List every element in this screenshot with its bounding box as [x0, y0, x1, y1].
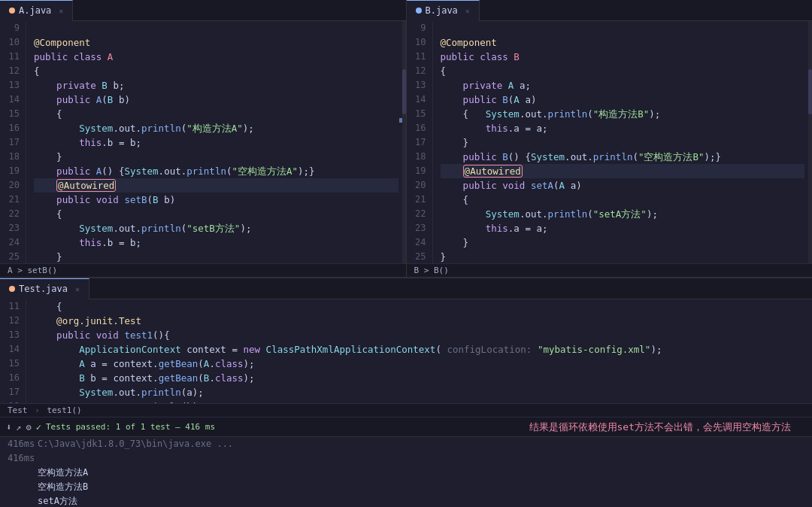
- editor-area: A.java ✕ 9 10 11 12 13 14 15 16 17 18 19: [0, 0, 812, 507]
- bottom-breadcrumb-right: test1(): [47, 405, 81, 415]
- code-line: {: [441, 193, 805, 207]
- code-line: public class B: [441, 50, 805, 64]
- code-line: public B(A a): [441, 93, 805, 107]
- code-line: ApplicationContext context = new ClassPa…: [34, 342, 804, 357]
- tab-close-icon[interactable]: ✕: [59, 7, 63, 15]
- output-line-blank: 416ms: [0, 451, 812, 466]
- bottom-editor-container: Test.java ✕ 11 12 13 14 15 16 17 18 19 ⬖: [0, 278, 812, 417]
- code-line: @Component: [441, 35, 805, 50]
- b-java-file-icon: [416, 8, 422, 14]
- tab-b-close-icon[interactable]: ✕: [465, 7, 470, 15]
- run-panel: ⬇ ↗ ⚙ ✓ Tests passed: 1 of 1 test – 416 …: [0, 417, 812, 507]
- bottom-breadcrumb: Test › test1(): [0, 403, 812, 417]
- left-editor-pane: A.java ✕ 9 10 11 12 13 14 15 16 17 18 19: [0, 0, 407, 278]
- left-code-content: 9 10 11 12 13 14 15 16 17 18 19 20 21 22…: [0, 21, 406, 263]
- bottom-tab-bar: Test.java ✕: [0, 278, 812, 299]
- right-code-lines: ⬖ ▶ ▶ @Component public class B { privat…: [433, 21, 813, 263]
- code-line: this.a = a;: [441, 221, 805, 235]
- run-toolbar-settings-icon[interactable]: ⚙: [26, 422, 31, 433]
- run-toolbar-collapse-icon[interactable]: ⬇: [6, 422, 11, 433]
- scroll-indicator-left: [399, 118, 402, 123]
- run-status-text: Tests passed: 1 of 1 test – 416 ms: [46, 422, 215, 432]
- left-breadcrumb-text: A > setB(): [8, 266, 57, 275]
- code-line: {: [34, 207, 398, 221]
- right-breadcrumb-text: B > B(): [414, 266, 449, 275]
- right-scrollbar-thumb: [808, 69, 812, 114]
- output-line-1: 416ms C:\Java\jdk1.8.0_73\bin\java.exe .…: [0, 437, 812, 451]
- code-line: { System.out.println("构造方法B");: [441, 107, 805, 121]
- bottom-panel: Test.java ✕ 11 12 13 14 15 16 17 18 19 ⬖: [0, 278, 812, 507]
- timestamp-label-2: 416ms: [8, 451, 38, 466]
- code-line-autowired: @Autowired: [34, 178, 398, 193]
- output-konstr-b: 空构造方法B: [38, 480, 88, 494]
- code-line: {: [34, 107, 398, 121]
- output-line-2: 空构造方法A: [0, 466, 812, 480]
- code-line: }: [34, 150, 398, 164]
- run-note-text: 结果是循环依赖使用set方法不会出错，会先调用空构造方法: [529, 420, 791, 434]
- output-konstr-a: 空构造方法A: [38, 466, 88, 480]
- code-line: A a = context.getBean(A.class);: [34, 357, 804, 371]
- code-line: public void setB(B b): [34, 193, 398, 207]
- code-line: {: [34, 64, 398, 78]
- left-scrollbar-thumb: [402, 69, 406, 114]
- code-line: private B b;: [34, 78, 398, 93]
- code-line: public A() {System.out.println("空构造方法A")…: [34, 164, 398, 178]
- left-tab-bar: A.java ✕: [0, 0, 406, 21]
- run-toolbar-open-icon[interactable]: ↗: [16, 422, 21, 433]
- output-line-4: setA方法: [0, 494, 812, 507]
- tab-test-close-icon[interactable]: ✕: [75, 285, 80, 293]
- top-editors: A.java ✕ 9 10 11 12 13 14 15 16 17 18 19: [0, 0, 812, 278]
- code-line: {: [441, 64, 805, 78]
- run-output: 416ms C:\Java\jdk1.8.0_73\bin\java.exe .…: [0, 437, 812, 507]
- tab-a-java-label: A.java: [19, 5, 51, 16]
- code-line: private A a;: [441, 78, 805, 93]
- tab-a-java[interactable]: A.java ✕: [0, 0, 73, 21]
- tab-b-java-label: B.java: [426, 5, 458, 16]
- tab-test-java-label: Test.java: [19, 284, 68, 294]
- right-scrollbar[interactable]: [808, 21, 812, 263]
- code-line: [34, 21, 398, 35]
- right-editor-pane: B.java ✕ 9 10 11 12 13 14 15 16 17 18 19: [407, 0, 813, 278]
- output-seta: setA方法: [38, 494, 77, 507]
- code-line: public B() {System.out.println("空构造方法B")…: [441, 150, 805, 164]
- code-line: @org.junit.Test: [34, 314, 804, 328]
- code-line: this.b = b;: [34, 235, 398, 250]
- code-line: @Component: [34, 35, 398, 50]
- code-line: public void test1(){: [34, 328, 804, 342]
- code-line: System.out.println(b);: [34, 399, 804, 403]
- code-line: this.a = a;: [441, 121, 805, 135]
- code-line: }: [441, 135, 805, 150]
- bottom-code-lines: ⬖ ▶ { @org.junit.Test public void test1(…: [26, 299, 812, 403]
- timestamp-empty-3: [8, 494, 38, 507]
- code-line: this.b = b;: [34, 135, 398, 150]
- run-toolbar: ⬇ ↗ ⚙ ✓ Tests passed: 1 of 1 test – 416 …: [0, 417, 812, 437]
- code-line: }: [441, 250, 805, 263]
- right-tab-bar: B.java ✕: [407, 0, 813, 21]
- code-line: System.out.println("setB方法");: [34, 221, 398, 235]
- code-line: public A(B b): [34, 93, 398, 107]
- code-line: System.out.println("setA方法");: [441, 207, 805, 221]
- timestamp-empty-2: [8, 480, 38, 494]
- bottom-line-numbers: 11 12 13 14 15 16 17 18 19: [0, 299, 26, 403]
- code-line: B b = context.getBean(B.class);: [34, 371, 804, 385]
- a-java-file-icon: [9, 8, 15, 14]
- bottom-editor: 11 12 13 14 15 16 17 18 19 ⬖ ▶ { @org.ju…: [0, 299, 812, 403]
- test-java-file-icon: [9, 286, 15, 292]
- tab-b-java[interactable]: B.java ✕: [407, 0, 480, 21]
- run-toolbar-check-icon: ✓: [36, 422, 41, 433]
- code-line: public class A: [34, 50, 398, 64]
- output-path: C:\Java\jdk1.8.0_73\bin\java.exe ...: [38, 437, 233, 451]
- right-breadcrumb: B > B(): [407, 263, 813, 278]
- output-line-3: 空构造方法B: [0, 480, 812, 494]
- code-line: }: [34, 250, 398, 263]
- left-code-lines: ⬖ ▶ ▶ ▶ @Component public class A { priv…: [26, 21, 406, 263]
- left-scrollbar[interactable]: [402, 21, 406, 263]
- timestamp-empty-1: [8, 466, 38, 480]
- code-line: public void setA(A a): [441, 178, 805, 193]
- code-line-autowired-b: @Autowired: [441, 164, 805, 178]
- bottom-breadcrumb-left: Test: [8, 405, 28, 415]
- timestamp-label: 416ms: [8, 437, 38, 451]
- code-line: System.out.println(a);: [34, 385, 804, 399]
- tab-test-java[interactable]: Test.java ✕: [0, 278, 89, 299]
- left-line-numbers: 9 10 11 12 13 14 15 16 17 18 19 20 21 22…: [0, 21, 26, 263]
